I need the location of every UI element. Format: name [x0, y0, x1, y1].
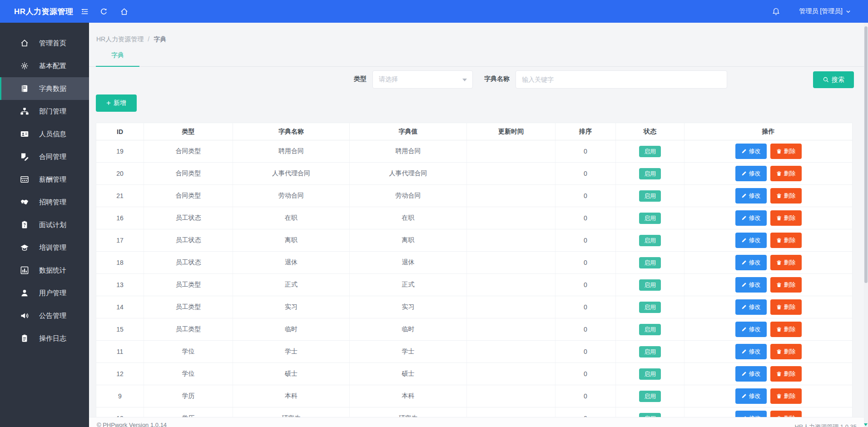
user-menu[interactable]: 管理员 [管理员] — [799, 0, 851, 23]
sidebar-item-home[interactable]: 管理首页 — [0, 32, 89, 55]
edit-button-label: 修改 — [749, 214, 761, 222]
sidebar-item-user[interactable]: 用户管理 — [0, 282, 89, 304]
cell-id: 9 — [96, 385, 144, 407]
edit-button[interactable]: 修改 — [735, 366, 767, 382]
cell-dict-value: 离职 — [350, 229, 467, 252]
cell-updated — [467, 252, 556, 274]
search-button[interactable]: 搜索 — [813, 71, 854, 88]
type-label: 类型 — [354, 75, 367, 83]
trash-icon — [776, 327, 782, 332]
edit-button[interactable]: 修改 — [735, 255, 767, 270]
search-button-label: 搜索 — [832, 76, 844, 84]
sidebar-item-clipboard[interactable]: 面试计划 — [0, 214, 89, 236]
home-icon[interactable] — [119, 0, 129, 23]
table-row: 14员工类型实习实习0启用修改删除 — [96, 296, 853, 318]
menu-fold-icon[interactable] — [79, 0, 90, 23]
edit-button[interactable]: 修改 — [735, 322, 767, 337]
type-select[interactable]: 请选择 — [372, 70, 473, 89]
delete-button[interactable]: 删除 — [770, 255, 802, 270]
sidebar-item-book[interactable]: 字典数据 — [0, 77, 89, 100]
trash-icon — [776, 171, 782, 176]
sidebar-item-log[interactable]: 操作日志 — [0, 327, 89, 350]
delete-button-label: 删除 — [784, 258, 796, 267]
sidebar-item-salary[interactable]: 薪酬管理 — [0, 168, 89, 191]
cell-status: 启用 — [616, 296, 684, 318]
breadcrumb-root[interactable]: HR人力资源管理 — [96, 35, 144, 43]
status-badge: 启用 — [639, 257, 661, 268]
status-badge: 启用 — [639, 235, 661, 246]
table-row: 20合同类型人事代理合同人事代理合同0启用修改删除 — [96, 163, 853, 185]
delete-button[interactable]: 删除 — [770, 366, 802, 382]
breadcrumb-separator: / — [148, 35, 149, 43]
footer-copyright: © PHPwork Version 1.0.14 — [97, 422, 167, 427]
tab-dictionary[interactable]: 字典 — [96, 51, 139, 67]
edit-button[interactable]: 修改 — [735, 144, 767, 159]
log-icon — [20, 334, 29, 343]
sidebar-item-sitemap[interactable]: 部门管理 — [0, 100, 89, 123]
delete-button[interactable]: 删除 — [770, 277, 802, 293]
cell-dict-value: 人事代理合同 — [350, 163, 467, 185]
delete-button[interactable]: 删除 — [770, 233, 802, 248]
scrollbar-track[interactable] — [864, 23, 868, 427]
refresh-icon[interactable] — [98, 0, 109, 23]
edit-button[interactable]: 修改 — [735, 277, 767, 293]
delete-button-label: 删除 — [784, 392, 796, 400]
sidebar-item-gear[interactable]: 基本配置 — [0, 55, 89, 77]
delete-button-label: 删除 — [784, 192, 796, 200]
add-button[interactable]: + 新增 — [96, 94, 137, 112]
delete-button[interactable]: 删除 — [770, 299, 802, 315]
salary-icon — [20, 175, 29, 184]
sidebar-item-contract[interactable]: 合同管理 — [0, 145, 89, 168]
edit-button[interactable]: 修改 — [735, 344, 767, 359]
cell-actions: 修改删除 — [684, 185, 853, 207]
sidebar-item-graduation[interactable]: 培训管理 — [0, 236, 89, 259]
delete-button[interactable]: 删除 — [770, 388, 802, 404]
delete-button[interactable]: 删除 — [770, 322, 802, 337]
cell-actions: 修改删除 — [684, 318, 853, 341]
cell-actions: 修改删除 — [684, 341, 853, 363]
sidebar-item-chart[interactable]: 数据统计 — [0, 259, 89, 282]
sidebar-item-bullhorn[interactable]: 公告管理 — [0, 304, 89, 327]
delete-button[interactable]: 删除 — [770, 166, 802, 181]
status-badge: 启用 — [639, 168, 661, 179]
delete-button[interactable]: 删除 — [770, 144, 802, 159]
cell-dict-name: 人事代理合同 — [233, 163, 350, 185]
edit-button[interactable]: 修改 — [735, 299, 767, 315]
bell-icon[interactable] — [770, 0, 781, 23]
sidebar-item-idcard[interactable]: 人员信息 — [0, 123, 89, 145]
edit-button[interactable]: 修改 — [735, 188, 767, 204]
cell-sort: 0 — [556, 296, 616, 318]
cell-updated — [467, 318, 556, 341]
edit-button[interactable]: 修改 — [735, 210, 767, 226]
chevron-down-icon — [846, 9, 851, 14]
delete-button[interactable]: 删除 — [770, 188, 802, 204]
cell-id: 16 — [96, 207, 144, 229]
pencil-icon — [741, 215, 747, 221]
delete-button-label: 删除 — [784, 214, 796, 222]
edit-button-label: 修改 — [749, 192, 761, 200]
delete-button[interactable]: 删除 — [770, 210, 802, 226]
sidebar-item-label: 基本配置 — [39, 62, 66, 70]
cell-updated — [467, 185, 556, 207]
cell-type: 员工状态 — [144, 207, 233, 229]
cell-actions: 修改删除 — [684, 207, 853, 229]
cell-dict-value: 硕士 — [350, 363, 467, 385]
graduation-icon — [20, 243, 29, 252]
cell-actions: 修改删除 — [684, 363, 853, 385]
scrollbar-thumb[interactable] — [864, 26, 868, 283]
sidebar-item-handshake[interactable]: 招聘管理 — [0, 191, 89, 214]
cell-sort: 0 — [556, 163, 616, 185]
pencil-icon — [741, 260, 747, 265]
edit-button[interactable]: 修改 — [735, 166, 767, 181]
edit-button[interactable]: 修改 — [735, 233, 767, 248]
dict-name-input[interactable] — [516, 70, 727, 89]
cell-dict-value: 聘用合同 — [350, 140, 467, 163]
table-row: 9学历本科本科0启用修改删除 — [96, 385, 853, 407]
cell-status: 启用 — [616, 318, 684, 341]
sidebar-item-label: 部门管理 — [39, 107, 66, 116]
delete-button-label: 删除 — [784, 325, 796, 333]
edit-button[interactable]: 修改 — [735, 388, 767, 404]
pencil-icon — [741, 371, 747, 377]
cell-type: 员工类型 — [144, 318, 233, 341]
delete-button[interactable]: 删除 — [770, 344, 802, 359]
